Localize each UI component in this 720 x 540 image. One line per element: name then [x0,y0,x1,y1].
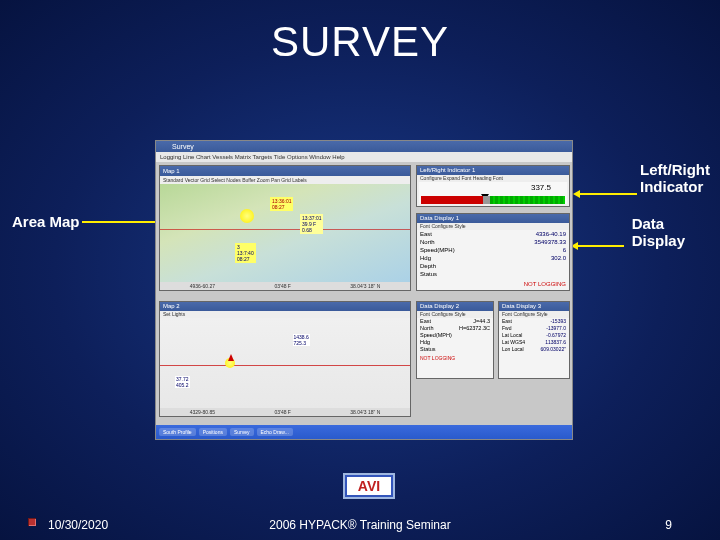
map2-tag: 37.72 405.2 [175,376,190,388]
dd1-body: East4336-40.19 North3549378.33 Speed(MPH… [420,230,566,288]
map2-titlebar: Map 2 [160,302,410,311]
dd1-notlogging: NOT LOGGING [420,280,566,288]
lr-titlebar: Left/Right Indicator 1 [417,166,569,175]
map1-canvas: 13:36:01 08:27 13:37:01 39.9 F 0.68 3 13… [160,184,410,290]
lr-value: 337.5 [531,183,551,192]
map1-tag: 3 13:7:40 08:27 [235,243,256,263]
slide-body: Area Map Left/Right Indicator Data Displ… [0,85,720,470]
app-titlebar: Survey [156,141,572,152]
map2-statusbar: 4329-80.85 03'48 F 38.04'3 18" N [160,408,410,416]
data-display1-window: Data Display 1 Font Configure Style East… [416,213,570,291]
map1-menubar: Standard Vector Grid Select Nodes Buffer… [160,176,410,184]
slide-title: SURVEY [0,0,720,66]
map1-tag: 13:36:01 08:27 [270,197,293,211]
lr-menubar: Configure Expand Font Heading Font [417,175,569,182]
data-display3-window: Data Display 3 Font Configure Style East… [498,301,570,379]
dd3-menubar: Font Configure Style [499,311,569,318]
app-menubar: Logging Line Chart Vessels Matrix Target… [156,152,572,162]
map1-window: Map 1 Standard Vector Grid Select Nodes … [159,165,411,291]
dd2-titlebar: Data Display 2 [417,302,493,311]
map2-menubar: Set Lights [160,311,410,318]
label-data-display: Data Display [632,215,685,250]
dd2-notlogging: NOT LOGGING [420,355,490,362]
map2-canvas: 37.72 405.2 1438.6 725.3 [160,318,410,408]
taskbar-item: Positions [199,428,227,436]
dd2-menubar: Font Configure Style [417,311,493,318]
footer: 10/30/2020 2006 HYPACK® Training Seminar… [0,518,720,532]
vessel-marker-icon [240,209,254,223]
footer-page-number: 9 [665,518,672,532]
map1-statusbar: 4936-60.27 03'48 F 38.04'3 18" N [160,282,410,290]
arrow-lr-indicator [579,193,637,195]
map2-tag: 1438.6 725.3 [293,334,310,346]
arrow-data-display [577,245,624,247]
arrow-area-map [82,221,157,223]
avi-button[interactable]: AVI [345,475,393,497]
taskbar-item: South Profile [159,428,196,436]
dd1-titlebar: Data Display 1 [417,214,569,223]
data-display2-window: Data Display 2 Font Configure Style East… [416,301,494,379]
dd1-menubar: Font Configure Style [417,223,569,230]
map1-titlebar: Map 1 [160,166,410,176]
dd3-titlebar: Data Display 3 [499,302,569,311]
taskbar: South Profile Positions Survey Echo Draw… [156,425,572,439]
taskbar-item: Echo Draw... [257,428,293,436]
map1-tag: 13:37:01 39.9 F 0.68 [300,214,323,234]
lr-bar [421,196,565,204]
label-area-map: Area Map [12,213,80,230]
embedded-screenshot: Survey Logging Line Chart Vessels Matrix… [155,140,573,440]
heading-arrow-icon [228,354,234,361]
footer-date: 10/30/2020 [48,518,108,532]
lr-indicator-window: Left/Right Indicator 1 Configure Expand … [416,165,570,207]
map2-window: Map 2 Set Lights 37.72 405.2 1438.6 725.… [159,301,411,417]
label-lr-indicator: Left/Right Indicator [640,161,710,196]
taskbar-item: Survey [230,428,254,436]
